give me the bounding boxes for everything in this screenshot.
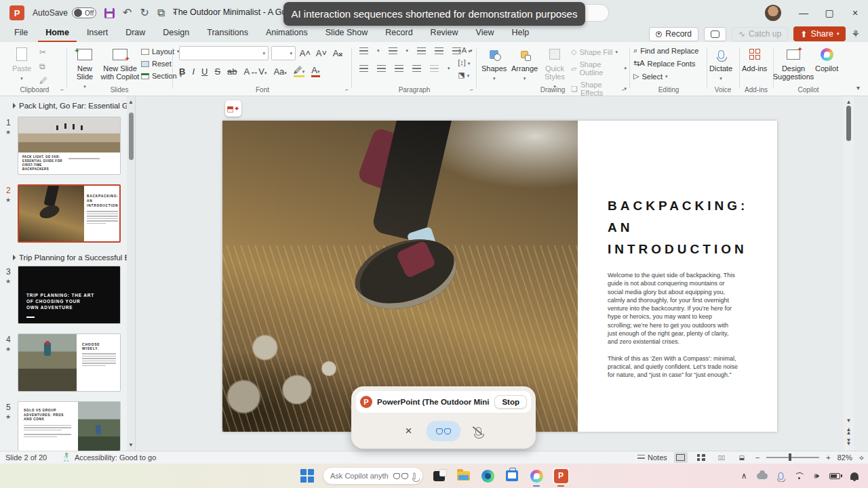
stop-button[interactable]: Stop [494,395,527,409]
columns-icon[interactable] [430,65,439,72]
paragraph-dialog-launcher[interactable]: ⌐ [470,87,473,93]
dictate-button[interactable]: Dictate ▾ [709,46,732,83]
volume-icon[interactable]: 🕪 [814,471,819,481]
paste-button[interactable]: Paste ▾ [12,46,31,83]
edge-browser-button[interactable] [479,467,496,485]
align-right-icon[interactable] [395,65,403,72]
text-direction-icon[interactable]: ↕A ▾ [458,46,471,54]
scroll-down-icon[interactable]: ▼ [846,418,852,424]
search-input[interactable] [330,472,389,480]
normal-view-button[interactable] [674,452,688,463]
slide-4-thumbnail[interactable]: CHOOSE WISELY. [18,333,121,392]
tab-insert[interactable]: Insert [79,26,115,42]
bold-button[interactable]: B [179,66,185,77]
decrease-font-size-icon[interactable]: A˅ [315,48,328,58]
tab-design[interactable]: Design [155,26,197,42]
decrease-indent-icon[interactable] [417,47,426,54]
zoom-slider-thumb[interactable] [789,453,791,461]
designer-suggestion-chip[interactable]: ⬒✦ [225,100,241,117]
section-header-1[interactable]: Pack Light, Go Far: Essential Guide f... [11,102,136,110]
close-session-icon[interactable]: × [406,424,412,438]
catch-up-button[interactable]: ∿ Catch up [732,27,788,41]
font-name-combobox[interactable]: ▾ [179,46,269,60]
copilot-app-button[interactable] [528,467,545,485]
align-left-icon[interactable] [359,65,368,72]
find-and-replace-button[interactable]: ⌕Find and Replace [633,46,698,55]
copy-icon[interactable]: ⧉ [39,62,47,71]
autosave-switch[interactable]: Off [72,7,96,18]
zoom-in-button[interactable]: + [826,453,830,462]
battery-icon[interactable] [829,473,840,479]
taskbar-search[interactable] [323,467,423,485]
microsoft-store-button[interactable] [503,467,521,485]
slide-1-thumbnail[interactable]: PACK LIGHT, GO FAR: ESSENTIAL GUIDE FOR … [18,117,121,175]
next-slide-icon[interactable]: ▼▼ [846,439,852,445]
reading-view-button[interactable]: ▯▯ [715,452,728,463]
zoom-out-button[interactable]: − [755,453,760,462]
change-case-icon[interactable]: Aa▾ [273,66,286,77]
tab-review[interactable]: Review [423,26,466,42]
quick-styles-button[interactable]: Quick Styles ▾ [541,46,568,91]
canvas-scroll-thumb[interactable] [846,106,851,141]
tab-file[interactable]: File [7,26,35,42]
scroll-up-icon[interactable]: ▲ [846,99,852,105]
notes-button[interactable]: Notes [637,453,667,462]
onedrive-icon[interactable] [757,473,768,479]
collapse-ribbon-chevron-icon[interactable]: ▾ [856,84,860,92]
tab-slide-show[interactable]: Slide Show [318,26,376,42]
sidebar-scroll-up-icon[interactable]: ▲ [128,99,134,105]
shapes-button[interactable]: Shapes ▾ [481,46,507,83]
section-header-2[interactable]: Trip Planning for a Successful Back... [11,253,136,262]
undo-icon[interactable]: ↶ [123,7,132,18]
character-spacing-icon[interactable]: A↔V▾ [244,66,267,77]
clipboard-dialog-launcher[interactable]: ⌐ [60,87,64,93]
file-explorer-button[interactable] [454,467,472,485]
canvas-scrollbar[interactable]: ▲ ▼ ▲▲ ▼▼ [844,96,854,451]
shape-fill-button[interactable]: ◇Shape Fill▾ [571,47,627,56]
text-shadow-icon[interactable]: ab [227,66,237,77]
align-text-icon[interactable]: [↕] ▾ [458,58,471,66]
numbering-icon[interactable] [389,47,397,54]
tab-record[interactable]: Record [378,26,420,42]
zoom-level[interactable]: 82% [837,453,852,462]
zoom-slider[interactable] [766,457,819,458]
vision-glasses-button[interactable] [427,421,460,441]
powerpoint-taskbar-button[interactable]: P [552,467,570,485]
cut-icon[interactable]: ✂ [39,47,47,57]
highlight-color-icon[interactable]: 🖉▾ [294,65,305,77]
task-view-button[interactable] [430,467,448,485]
arrange-button[interactable]: Arrange ▾ [511,46,538,83]
wifi-icon[interactable] [794,472,804,479]
slideshow-view-button[interactable]: ⬓ [735,452,749,463]
italic-button[interactable]: I [192,66,195,77]
font-color-icon[interactable]: A▾ [311,65,319,77]
font-size-combobox[interactable]: ▾ [271,46,296,60]
drawing-dialog-launcher[interactable]: ⌐ [622,87,625,93]
tab-draw[interactable]: Draw [118,26,153,42]
select-button[interactable]: ▷Select▾ [633,72,698,81]
add-ins-button[interactable]: Add-ins [742,46,767,73]
new-slide-with-copilot-button[interactable]: ✦ New Slide with Copilot [100,46,140,81]
increase-font-size-icon[interactable]: A˄ [298,48,312,58]
share-button[interactable]: ⬆ Share ▾ [793,26,846,41]
copilot-session-dialog[interactable]: P PowerPoint (The Outdoor Minimalist - A… [351,386,536,449]
slide-3-thumbnail[interactable]: TRIP PLANNING: THE ART OF CHOOSING YOUR … [18,266,121,324]
shape-outline-button[interactable]: ▱Shape Outline▾ [571,60,627,77]
comments-button[interactable] [704,27,726,41]
sidebar-scroll-down-icon[interactable]: ▼ [128,442,134,448]
strikethrough-button[interactable]: S [214,66,220,77]
redo-icon[interactable]: ↻ [140,7,149,18]
clear-formatting-icon[interactable]: A𝄪 [331,48,344,59]
replace-fonts-button[interactable]: ⇆AReplace Fonts [633,59,698,68]
sidebar-scroll-thumb[interactable] [129,113,134,160]
maximize-button[interactable]: ▢ [816,0,842,26]
underline-button[interactable]: U [201,66,208,77]
microphone-muted-icon[interactable] [475,427,481,436]
tab-help[interactable]: Help [504,26,536,42]
new-slide-button[interactable]: + New Slide ▾ [71,46,99,91]
tab-home[interactable]: Home [38,26,77,42]
slide-sorter-view-button[interactable] [694,452,708,463]
sidebar-scrollbar[interactable]: ▲ ▼ [127,96,135,451]
align-center-icon[interactable] [377,65,386,72]
tray-microphone-icon[interactable] [778,472,784,479]
